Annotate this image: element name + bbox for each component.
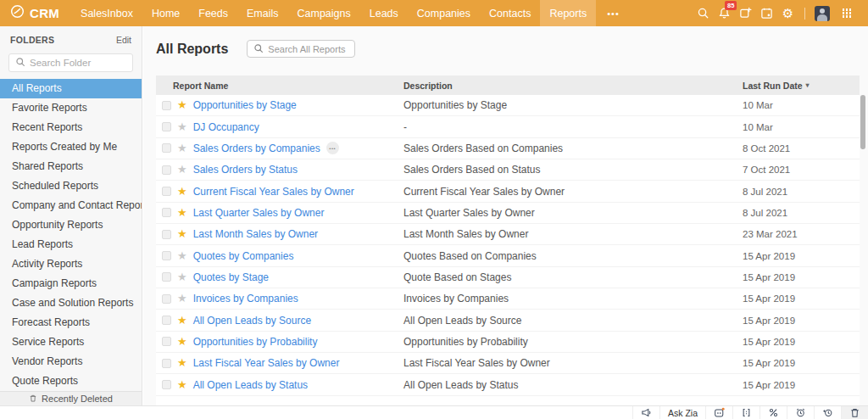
nav-contacts[interactable]: Contacts <box>480 0 540 26</box>
row-checkbox[interactable] <box>162 251 171 260</box>
row-checkbox[interactable] <box>162 272 171 282</box>
star-icon[interactable]: ★ <box>177 316 187 326</box>
nav-reports[interactable]: Reports <box>540 0 596 26</box>
report-link[interactable]: Opportunities by Stage <box>193 99 297 111</box>
row-checkbox[interactable] <box>162 337 171 346</box>
report-link[interactable]: Quotes by Stage <box>193 271 269 283</box>
table-row[interactable]: ★DJ Occupancy-10 Mar <box>156 116 860 137</box>
report-link[interactable]: Sales Orders by Status <box>193 164 298 176</box>
sidebar-item-company-and-contact-reports[interactable]: Company and Contact Reports <box>0 196 142 215</box>
row-checkbox[interactable] <box>162 294 171 304</box>
table-row[interactable]: ★Sales Orders by Companies•••Sales Order… <box>156 138 860 159</box>
table-row[interactable]: ★Opportunities by StageOpportunities by … <box>156 95 860 116</box>
row-checkbox[interactable] <box>162 143 171 153</box>
table-row[interactable]: ★Current Fiscal Year Sales by OwnerCurre… <box>156 181 860 202</box>
sidebar-item-opportunity-reports[interactable]: Opportunity Reports <box>0 215 142 235</box>
report-link[interactable]: Invoices by Companies <box>193 293 298 304</box>
row-checkbox[interactable] <box>162 208 171 217</box>
table-row[interactable]: ★Invoices by CompaniesInvoices by Compan… <box>156 288 860 310</box>
table-row[interactable]: ★Last Fiscal Year Sales by OwnerLast Fis… <box>156 353 860 374</box>
sidebar-item-campaign-reports[interactable]: Campaign Reports <box>0 274 142 293</box>
report-link[interactable]: All Open Leads by Status <box>193 379 308 391</box>
sidebar-item-forecast-reports[interactable]: Forecast Reports <box>0 313 142 332</box>
shortcuts-icon-button[interactable] <box>732 406 760 419</box>
star-icon[interactable]: ★ <box>177 380 187 390</box>
star-icon[interactable]: ★ <box>177 208 187 218</box>
row-checkbox[interactable] <box>162 187 171 196</box>
nav-home[interactable]: Home <box>142 0 189 26</box>
report-link[interactable]: Quotes by Companies <box>193 250 294 262</box>
sidebar-item-recent-reports[interactable]: Recent Reports <box>0 118 142 137</box>
star-icon[interactable]: ★ <box>177 293 187 304</box>
sidebar-item-shared-reports[interactable]: Shared Reports <box>0 157 142 176</box>
table-row[interactable]: ★Quotes by StageQuote Based on Stages15 … <box>156 267 860 288</box>
recently-deleted-button[interactable]: Recently Deleted <box>0 391 142 405</box>
nav-more-button[interactable]: ••• <box>596 8 631 19</box>
search-icon[interactable] <box>693 0 714 26</box>
sidebar-item-case-and-solution-reports[interactable]: Case and Solution Reports <box>0 293 142 313</box>
column-report-name[interactable]: Report Name <box>156 81 403 91</box>
report-link[interactable]: Current Fiscal Year Sales by Owner <box>193 186 354 198</box>
table-row[interactable]: ★Last Month Sales by OwnerLast Month Sal… <box>156 224 860 245</box>
sidebar-item-favorite-reports[interactable]: Favorite Reports <box>0 98 142 118</box>
row-checkbox[interactable] <box>162 165 171 175</box>
star-icon[interactable]: ★ <box>177 272 187 282</box>
ask-zia-button[interactable]: Ask Zia <box>659 406 705 419</box>
vertical-scrollbar-thumb[interactable] <box>860 95 865 149</box>
report-link[interactable]: DJ Occupancy <box>193 121 259 133</box>
row-checkbox[interactable] <box>162 359 171 368</box>
nav-feeds[interactable]: Feeds <box>189 0 237 26</box>
row-checkbox[interactable] <box>162 230 171 239</box>
table-row[interactable]: ★Sales Orders by StatusSales Orders Base… <box>156 159 860 181</box>
announcement-icon-button[interactable] <box>632 406 659 419</box>
table-row[interactable]: ★Opportunities by ProbabilityOpportuniti… <box>156 332 860 353</box>
reminders-icon-button[interactable] <box>787 406 814 419</box>
star-icon[interactable]: ★ <box>177 122 187 132</box>
sidebar-item-reports-created-by-me[interactable]: Reports Created by Me <box>0 137 142 157</box>
sidebar-item-service-reports[interactable]: Service Reports <box>0 332 142 352</box>
nav-leads[interactable]: Leads <box>360 0 408 26</box>
report-link[interactable]: Opportunities by Probability <box>193 336 318 348</box>
star-icon[interactable]: ★ <box>177 358 187 368</box>
folder-search-input[interactable] <box>30 58 126 68</box>
report-link[interactable]: Last Month Sales by Owner <box>193 228 318 240</box>
row-checkbox[interactable] <box>162 122 171 131</box>
table-row[interactable]: ★All Open Leads by StatusAll Open Leads … <box>156 374 860 395</box>
folder-search-box[interactable] <box>8 53 133 72</box>
quick-create-icon[interactable] <box>735 0 756 26</box>
calendar-icon[interactable] <box>756 0 777 26</box>
report-search-input[interactable] <box>268 44 348 54</box>
recycle-bin-icon-button[interactable] <box>841 406 868 419</box>
apps-grid-icon[interactable] <box>832 0 861 26</box>
star-icon[interactable]: ★ <box>177 337 187 347</box>
translate-icon-button[interactable] <box>760 406 787 419</box>
sidebar-item-scheduled-reports[interactable]: Scheduled Reports <box>0 176 142 196</box>
report-search-box[interactable] <box>247 40 355 58</box>
sidebar-item-vendor-reports[interactable]: Vendor Reports <box>0 352 142 372</box>
nav-campaigns[interactable]: Campaigns <box>288 0 360 26</box>
star-icon[interactable]: ★ <box>177 165 187 175</box>
settings-gear-icon[interactable]: ⚙ <box>777 0 798 26</box>
table-row[interactable]: ★All Open Leads by SourceAll Open Leads … <box>156 310 860 331</box>
sidebar-item-all-reports[interactable]: All Reports <box>0 79 142 98</box>
report-link[interactable]: All Open Leads by Source <box>193 315 311 327</box>
zia-icon-button[interactable] <box>705 406 732 419</box>
sidebar-item-activity-reports[interactable]: Activity Reports <box>0 254 142 274</box>
star-icon[interactable]: ★ <box>177 143 187 154</box>
column-last-run-date[interactable]: Last Run Date ▾ <box>743 81 860 91</box>
table-row[interactable]: ★Last Quarter Sales by OwnerLast Quarter… <box>156 203 860 224</box>
row-checkbox[interactable] <box>162 101 171 110</box>
row-more-menu-icon[interactable]: ••• <box>326 142 339 154</box>
edit-folders-link[interactable]: Edit <box>116 35 131 45</box>
star-icon[interactable]: ★ <box>177 229 187 239</box>
table-row[interactable]: ★Quotes by CompaniesQuotes Based on Comp… <box>156 245 860 266</box>
user-avatar[interactable] <box>811 0 832 26</box>
recent-items-icon-button[interactable] <box>814 406 841 419</box>
column-description[interactable]: Description <box>403 81 743 91</box>
star-icon[interactable]: ★ <box>177 251 187 261</box>
star-icon[interactable]: ★ <box>177 187 187 197</box>
report-link[interactable]: Last Quarter Sales by Owner <box>193 207 325 219</box>
nav-emails[interactable]: Emails <box>237 0 288 26</box>
nav-companies[interactable]: Companies <box>408 0 480 26</box>
row-checkbox[interactable] <box>162 380 171 389</box>
